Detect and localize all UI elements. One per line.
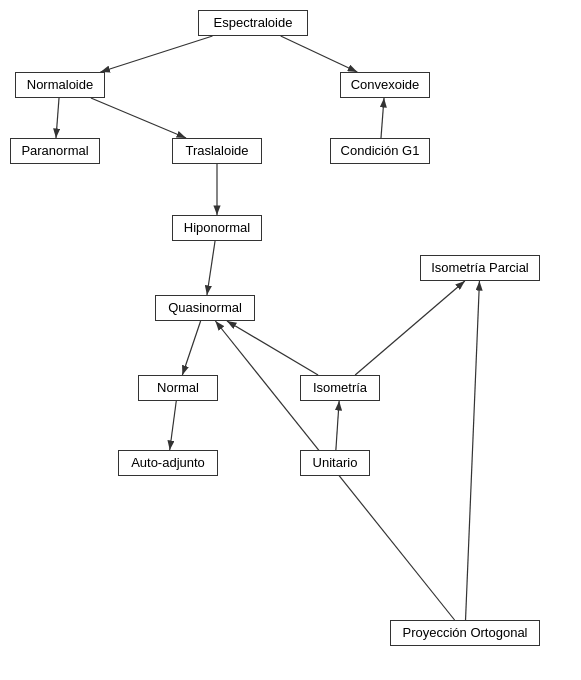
svg-line-5	[381, 98, 384, 138]
svg-line-13	[466, 281, 480, 620]
diagram: EspectraloideNormaloideConvexoideParanor…	[0, 0, 581, 680]
node-auto_adjunto: Auto-adjunto	[118, 450, 218, 476]
node-unitario: Unitario	[300, 450, 370, 476]
node-hiponormal: Hiponormal	[172, 215, 262, 241]
svg-line-12	[336, 401, 339, 450]
node-paranormal: Paranormal	[10, 138, 100, 164]
node-proyeccion_ortogonal: Proyección Ortogonal	[390, 620, 540, 646]
node-normal: Normal	[138, 375, 218, 401]
svg-line-1	[100, 36, 212, 72]
arrows-svg	[0, 0, 581, 680]
svg-line-7	[207, 241, 215, 295]
svg-line-3	[56, 98, 59, 138]
node-convexoide: Convexoide	[340, 72, 430, 98]
svg-line-10	[227, 321, 318, 375]
node-condicion_g1: Condición G1	[330, 138, 430, 164]
node-quasinormal: Quasinormal	[155, 295, 255, 321]
svg-line-2	[281, 36, 358, 72]
svg-line-9	[170, 401, 177, 450]
svg-line-4	[91, 98, 186, 138]
svg-line-11	[355, 281, 465, 375]
node-isometria_parcial: Isometría Parcial	[420, 255, 540, 281]
node-normaloide: Normaloide	[15, 72, 105, 98]
svg-line-8	[182, 321, 200, 375]
node-espectraloide: Espectraloide	[198, 10, 308, 36]
node-isometria: Isometría	[300, 375, 380, 401]
node-traslaloide: Traslaloide	[172, 138, 262, 164]
